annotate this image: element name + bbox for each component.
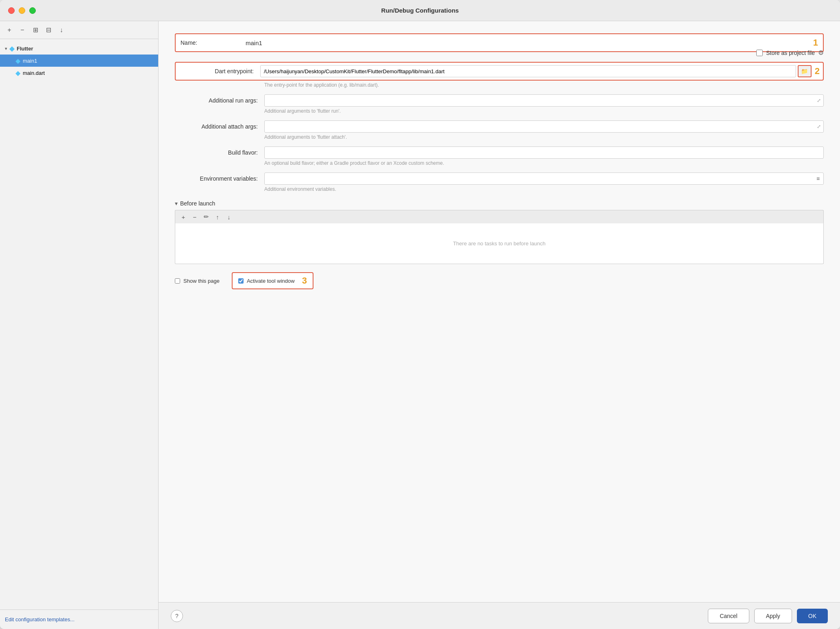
copy-config-button[interactable]: ⊞: [31, 26, 40, 35]
store-as-project-checkbox[interactable]: [756, 50, 763, 56]
activate-tool-window-box: Activate tool window 3: [232, 272, 313, 289]
env-variables-hint: Additional environment variables.: [264, 186, 824, 192]
sort-config-button[interactable]: ↓: [57, 26, 66, 35]
step-1-number: 1: [813, 37, 818, 48]
sidebar-item-main1[interactable]: ◆ main1: [0, 55, 158, 67]
additional-run-args-input[interactable]: [264, 94, 824, 107]
footer-buttons: Cancel Apply OK: [708, 609, 828, 623]
gear-icon[interactable]: ⚙: [818, 49, 824, 57]
sidebar-main-dart-label: main.dart: [23, 70, 45, 76]
activate-tool-window-label: Activate tool window: [247, 278, 295, 284]
additional-attach-args-input-container: ⤢: [264, 120, 824, 133]
dialog-footer: ? Cancel Apply OK: [159, 602, 840, 629]
move-task-up-button[interactable]: ↑: [213, 212, 222, 222]
env-variables-row: Environment variables: ≡: [175, 173, 824, 185]
main-window: Run/Debug Configurations + − ⊞ ⊟ ↓ ▾ ◆ F…: [0, 0, 840, 629]
env-variables-label: Environment variables:: [175, 175, 264, 182]
store-label: Store as project file: [766, 50, 815, 56]
collapse-icon[interactable]: ▾: [175, 200, 178, 207]
build-flavor-section: Build flavor: An optional build flavor; …: [175, 146, 824, 166]
add-config-button[interactable]: +: [5, 26, 14, 35]
activate-tool-window-checkbox[interactable]: [238, 278, 244, 284]
sidebar-toolbar: + − ⊞ ⊟ ↓: [0, 21, 158, 39]
right-panel: Store as project file ⚙ Name: 1 Dart ent…: [159, 21, 840, 629]
help-button[interactable]: ?: [171, 610, 183, 622]
remove-task-button[interactable]: −: [190, 212, 200, 222]
sidebar-item-main-dart[interactable]: ◆ main.dart: [0, 67, 158, 79]
minimize-button[interactable]: [19, 7, 25, 14]
bottom-checkboxes: Show this page Activate tool window 3: [175, 272, 824, 289]
show-this-page-label: Show this page: [183, 278, 220, 284]
config-form: Store as project file ⚙ Name: 1 Dart ent…: [159, 21, 840, 602]
additional-run-args-label: Additional run args:: [175, 97, 264, 104]
sidebar-main1-label: main1: [23, 58, 37, 64]
apply-button[interactable]: Apply: [754, 609, 792, 623]
before-launch-label: Before launch: [180, 200, 215, 207]
additional-attach-args-section: Additional attach args: ⤢ Additional arg…: [175, 120, 824, 140]
build-flavor-label: Build flavor:: [175, 149, 264, 156]
dart-entrypoint-hint: The entry-point for the application (e.g…: [264, 82, 824, 88]
flutter-dart-icon: ◆: [15, 69, 20, 77]
name-input[interactable]: [246, 39, 809, 46]
additional-run-args-row: Additional run args: ⤢: [175, 94, 824, 107]
sidebar-footer: Edit configuration templates...: [0, 609, 158, 629]
expand-icon-2[interactable]: ⤢: [816, 123, 822, 130]
dart-entrypoint-row: Dart entrypoint: 📁 2: [175, 62, 824, 81]
before-launch-header: ▾ Before launch: [175, 200, 824, 207]
sidebar-tree: ▾ ◆ Flutter ◆ main1 ◆ main.dart: [0, 39, 158, 609]
additional-run-args-input-container: ⤢: [264, 94, 824, 107]
before-launch-section: ▾ Before launch + − ✏ ↑ ↓ There are no t…: [175, 200, 824, 264]
flutter-item-icon: ◆: [15, 57, 20, 65]
dart-entrypoint-input[interactable]: [260, 65, 796, 77]
env-variables-input-container: ≡: [264, 173, 824, 185]
window-title: Run/Debug Configurations: [381, 7, 459, 14]
expand-icon[interactable]: ⤢: [816, 97, 822, 104]
name-label: Name:: [181, 39, 246, 46]
remove-config-button[interactable]: −: [18, 26, 27, 35]
traffic-lights: [8, 7, 36, 14]
additional-attach-args-row: Additional attach args: ⤢: [175, 120, 824, 133]
no-tasks-text: There are no tasks to run before launch: [453, 240, 546, 247]
step-2-number: 2: [815, 66, 820, 76]
env-list-icon[interactable]: ≡: [814, 175, 822, 183]
before-launch-toolbar: + − ✏ ↑ ↓: [175, 210, 824, 223]
build-flavor-input[interactable]: [264, 146, 824, 159]
step-3-number: 3: [302, 275, 307, 286]
launch-tasks-container: There are no tasks to run before launch: [175, 223, 824, 264]
flutter-icon: ◆: [9, 45, 14, 52]
build-flavor-input-container: [264, 146, 824, 159]
env-variables-input[interactable]: [264, 173, 824, 185]
additional-run-args-hint: Additional arguments to 'flutter run'.: [264, 108, 824, 114]
add-task-button[interactable]: +: [178, 212, 188, 222]
main-content: + − ⊞ ⊟ ↓ ▾ ◆ Flutter ◆ main1: [0, 21, 840, 629]
browse-button[interactable]: 📁: [798, 65, 812, 77]
move-task-down-button[interactable]: ↓: [224, 212, 234, 222]
cancel-button[interactable]: Cancel: [708, 609, 749, 623]
name-row: Name: 1: [175, 33, 824, 52]
env-variables-section: Environment variables: ≡ Additional envi…: [175, 173, 824, 192]
sidebar: + − ⊞ ⊟ ↓ ▾ ◆ Flutter ◆ main1: [0, 21, 159, 629]
additional-attach-args-input[interactable]: [264, 120, 824, 133]
show-this-page-item: Show this page: [175, 278, 220, 284]
store-row: Store as project file ⚙: [756, 49, 824, 57]
sidebar-item-flutter-group[interactable]: ▾ ◆ Flutter: [0, 42, 158, 55]
build-flavor-row: Build flavor:: [175, 146, 824, 159]
close-button[interactable]: [8, 7, 15, 14]
dart-entrypoint-label: Dart entrypoint:: [179, 68, 260, 74]
title-bar: Run/Debug Configurations: [0, 0, 840, 21]
sidebar-flutter-label: Flutter: [17, 46, 33, 52]
show-this-page-checkbox[interactable]: [175, 278, 180, 284]
edit-templates-link[interactable]: Edit configuration templates...: [5, 616, 74, 622]
ok-button[interactable]: OK: [797, 609, 828, 623]
build-flavor-hint: An optional build flavor; either a Gradl…: [264, 160, 824, 166]
chevron-down-icon: ▾: [5, 46, 7, 51]
move-config-button[interactable]: ⊟: [44, 26, 53, 35]
additional-attach-args-hint: Additional arguments to 'flutter attach'…: [264, 134, 824, 140]
maximize-button[interactable]: [29, 7, 36, 14]
additional-attach-args-label: Additional attach args:: [175, 123, 264, 130]
additional-run-args-section: Additional run args: ⤢ Additional argume…: [175, 94, 824, 114]
edit-task-button[interactable]: ✏: [201, 212, 211, 222]
